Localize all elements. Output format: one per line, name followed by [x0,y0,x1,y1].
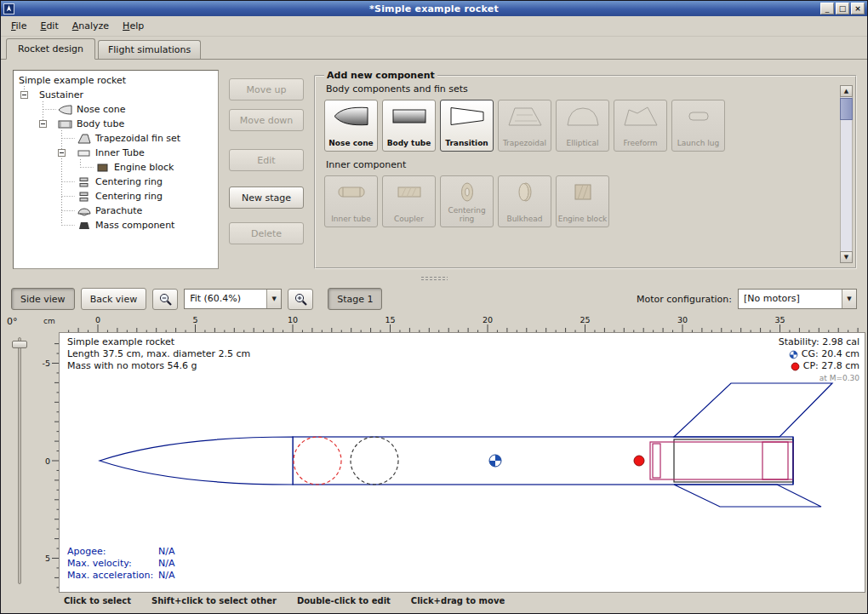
move-down-button[interactable]: Move down [229,109,304,131]
tree-expander-icon[interactable] [20,91,28,99]
svg-text:20: 20 [483,315,493,324]
inner-tube-icon [333,181,370,204]
add-coupler-button[interactable]: Coupler [382,175,436,227]
stability-value: Stability: 2.98 cal [779,336,859,348]
stage-1-toggle[interactable]: Stage 1 [328,288,382,310]
mass-component-icon [77,221,92,231]
add-centering-ring-button[interactable]: Centering ring [440,175,494,227]
tree-action-buttons: Move up Move down Edit New stage Delete [229,70,304,269]
splitter-grip-icon [420,276,448,281]
tree-item-inner-tube[interactable]: Inner Tube [14,146,218,160]
panel-splitter[interactable] [1,274,867,283]
cp-legend-icon [791,362,800,371]
side-view-button[interactable]: Side view [11,288,75,310]
back-view-button[interactable]: Back view [81,288,147,310]
tab-rocket-design[interactable]: Rocket design [6,38,95,60]
engine-block-icon [95,163,111,173]
rocket-name: Simple example rocket [67,336,250,348]
flight-info: Apogee:N/A Max. velocity:N/A Max. accele… [67,546,174,582]
close-button[interactable]: × [851,3,865,14]
tree-item-sustainer[interactable]: Sustainer [14,88,218,102]
chevron-down-icon[interactable]: ▼ [266,290,281,308]
vertical-ruler: -505 [38,332,59,593]
inner-component-label: Inner component [326,159,837,170]
svg-text:15: 15 [385,315,395,324]
svg-text:25: 25 [580,315,590,324]
add-bulkhead-button[interactable]: Bulkhead [498,175,551,227]
tree-expander-icon[interactable] [58,149,66,157]
tree-item-engine-block[interactable]: Engine block [14,160,218,175]
menu-edit[interactable]: Edit [33,17,65,35]
scroll-down-icon[interactable]: ▼ [840,251,853,263]
coupler-icon [391,181,428,204]
delete-button[interactable]: Delete [229,222,304,244]
fin-upper-outline[interactable] [674,383,832,437]
rocket-drawing-area[interactable]: Simple example rocket Length 37.5 cm, ma… [59,332,865,593]
tree-expander-icon[interactable] [39,120,47,128]
titlebar[interactable]: *Simple example rocket _ □ × [1,1,867,16]
minimize-button[interactable]: _ [820,3,834,14]
inner-tube-icon [77,148,92,158]
tree-item-centering-ring-2[interactable]: Centering ring [14,189,218,204]
new-stage-button[interactable]: New stage [229,186,304,209]
add-engine-block-button[interactable]: Engine block [556,175,609,227]
tree-item-parachute[interactable]: Parachute [14,204,218,218]
elliptical-fin-icon [564,105,602,128]
svg-text:30: 30 [677,315,688,324]
nose-cone-icon [333,105,370,128]
body-tube-outline[interactable] [293,437,793,485]
view-toolbar: Side view Back view Fit (60.4%) ▼ Stage … [1,283,867,315]
tree-item-fin-set[interactable]: Trapezoidal fin set [14,131,218,146]
menu-file[interactable]: File [4,17,33,35]
max-acceleration-label: Max. acceleration: [67,570,158,582]
zoom-select[interactable]: Fit (60.4%) ▼ [184,289,282,309]
add-launch-lug-button[interactable]: Launch lug [671,100,725,152]
add-elliptical-fin-button[interactable]: Elliptical [556,100,609,152]
status-bar: Click to select Shift+click to select ot… [1,593,867,613]
zoom-out-button[interactable] [152,289,178,310]
svg-text:10: 10 [288,315,298,324]
add-freeform-fin-button[interactable]: Freeform [614,100,667,152]
add-transition-button[interactable]: Transition [440,100,494,152]
chevron-down-icon[interactable]: ▼ [842,290,856,308]
edit-button[interactable]: Edit [229,149,304,171]
tree-item-nose-cone[interactable]: Nose cone [14,102,218,117]
svg-text:35: 35 [774,315,785,324]
add-body-tube-button[interactable]: Body tube [382,100,436,152]
tree-item-body-tube[interactable]: Body tube [14,117,218,131]
magnifier-plus-icon [294,292,308,307]
hint-shift-click: Shift+click to select other [151,596,277,605]
maximize-button[interactable]: □ [836,3,849,14]
rotation-slider-track[interactable] [18,337,21,584]
svg-text:0: 0 [95,315,100,324]
add-nose-cone-button[interactable]: Nose cone [324,100,378,152]
body-tube-icon [391,105,428,128]
fin-set-icon [77,134,92,144]
move-up-button[interactable]: Move up [229,78,304,100]
trapezoidal-fin-icon [506,105,544,128]
centering-ring-icon [448,181,486,204]
tree-item-rocket[interactable]: Simple example rocket [14,73,218,88]
nose-cone-outline[interactable] [100,437,293,485]
fin-lower-outline[interactable] [674,485,821,507]
component-panel-scrollbar[interactable]: ▲ ▼ [840,85,853,263]
motor-configuration-select[interactable]: [No motors] ▼ [738,289,857,309]
tree-item-mass-component[interactable]: Mass component [14,218,218,232]
motor-configuration-label: Motor configuration: [637,294,732,305]
rotation-slider-handle[interactable] [12,341,27,348]
menu-help[interactable]: Help [116,17,151,35]
mach-condition: at M=0.30 [779,372,859,384]
add-trapezoidal-fin-button[interactable]: Trapezoidal [498,100,551,152]
bulkhead-icon [506,181,544,204]
scroll-up-icon[interactable]: ▲ [840,85,853,97]
nose-cone-icon [58,105,73,115]
tree-item-centering-ring-1[interactable]: Centering ring [14,175,218,189]
menu-analyze[interactable]: Analyze [66,17,116,35]
ruler-unit-label: cm [38,315,59,332]
stability-info: Stability: 2.98 cal CG: 20.4 cm CP: 27.8… [779,336,859,384]
zoom-in-button[interactable] [288,289,313,310]
component-tree[interactable]: Simple example rocket Sustainer Nose con… [13,70,219,269]
tab-flight-simulations[interactable]: Flight simulations [98,40,201,59]
add-inner-tube-button[interactable]: Inner tube [324,175,378,227]
scrollbar-thumb[interactable] [840,98,853,120]
